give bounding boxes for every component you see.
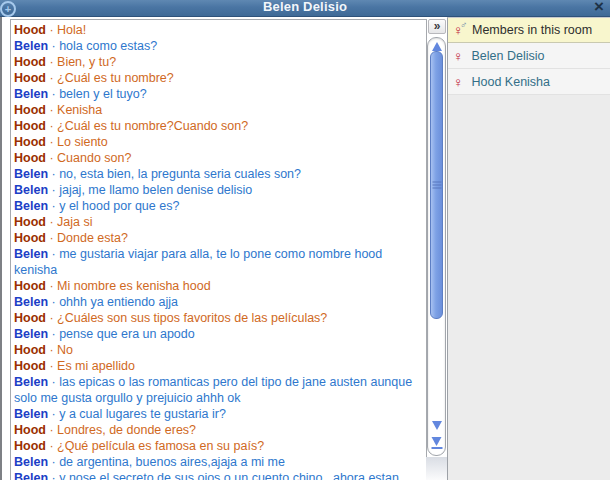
chat-message: Belen · hola como estas? (14, 38, 423, 54)
chat-message: Belen · pense que era un apodo (14, 326, 423, 342)
chat-text: · Es mi apellido (46, 359, 135, 373)
chat-text: · Kenisha (46, 103, 102, 117)
chat-message: Hood · Donde esta? (14, 230, 423, 246)
chat-message: Hood · ¿Cuál es tu nombre?Cuando son? (14, 118, 423, 134)
chat-text: · pense que era un apodo (48, 327, 195, 341)
chat-message: Hood · Kenisha (14, 102, 423, 118)
collapse-members-button[interactable]: » (428, 19, 446, 34)
chat-message: Hood · ¿Qué película es famosa en su paí… (14, 438, 423, 454)
member-name: Belen Delisio (472, 49, 545, 63)
scroll-up-button[interactable] (432, 42, 442, 51)
chat-message: Belen · y a cual lugares te gustaria ir? (14, 406, 423, 422)
gender-couple-icon: ♀ ♂ (453, 22, 466, 38)
chat-author: Belen (14, 471, 48, 480)
chat-author: Hood (14, 103, 46, 117)
chat-author: Hood (14, 215, 46, 229)
window-left-edge (0, 17, 2, 480)
chat-author: Hood (14, 23, 46, 37)
chat-text: · no, esta bien, la pregunta seria cuale… (48, 167, 301, 181)
chat-message: Hood · ¿Cuáles son sus tipos favoritos d… (14, 310, 423, 326)
thumb-grip-icon (432, 180, 441, 191)
female-icon: ♀ (453, 74, 464, 90)
chat-text: · y nose el secreto de sus ojos o un cue… (14, 471, 399, 480)
chat-message: Hood · Londres, de donde eres? (14, 422, 423, 438)
triangle-up-icon (432, 42, 442, 51)
chat-author: Hood (14, 55, 46, 69)
triangle-down-icon (432, 421, 442, 430)
chat-author: Belen (14, 407, 48, 421)
chat-text: · y el hood por que es? (48, 199, 179, 213)
chat-message: Belen · no, esta bien, la pregunta seria… (14, 166, 423, 182)
chat-author: Hood (14, 151, 46, 165)
members-list: ♀Belen Delisio♀Hood Kenisha (448, 43, 610, 95)
chat-author: Hood (14, 71, 46, 85)
chat-text: · Mi nombre es kenisha hood (46, 279, 211, 293)
chat-message: Belen · jajaj, me llamo belen denise del… (14, 182, 423, 198)
chat-author: Hood (14, 439, 46, 453)
chat-scrollbar[interactable] (427, 37, 446, 456)
members-header: ♀ ♂ Members in this room (448, 18, 610, 43)
chat-author: Hood (14, 423, 46, 437)
chat-text: · y a cual lugares te gustaria ir? (48, 407, 226, 421)
chat-author: Belen (14, 183, 48, 197)
chat-author: Hood (14, 359, 46, 373)
chat-author: Belen (14, 295, 48, 309)
member-row[interactable]: ♀Hood Kenisha (448, 69, 610, 95)
chat-text: · ¿Cuál es tu nombre? (46, 71, 174, 85)
chat-text: · me gustaria viajar para alla, te lo po… (14, 247, 382, 277)
triangle-down-icon (431, 437, 441, 446)
chat-message: Hood · Jaja si (14, 214, 423, 230)
chat-text: · Bien, y tu? (46, 55, 116, 69)
chat-message: Belen · las epicas o las romanticas pero… (14, 374, 423, 406)
chat-text: · de argentina, buenos aires,ajaja a mi … (48, 455, 285, 469)
chat-text: · ¿Cuáles son sus tipos favoritos de las… (46, 311, 327, 325)
chat-author: Hood (14, 231, 46, 245)
chat-text: · Donde esta? (46, 231, 128, 245)
chat-message: Belen · ohhh ya entiendo ajja (14, 294, 423, 310)
chat-message: Hood · Cuando son? (14, 150, 423, 166)
chat-text: · ohhh ya entiendo ajja (48, 295, 178, 309)
chat-text: · ¿Qué película es famosa en su país? (46, 439, 264, 453)
chat-author: Belen (14, 375, 48, 389)
chat-message: Belen · me gustaria viajar para alla, te… (14, 246, 423, 278)
scroll-to-bottom-button[interactable] (431, 437, 442, 449)
window-title: Belen Delisio (0, 0, 610, 14)
scroll-down-button[interactable] (432, 421, 442, 430)
chat-author: Hood (14, 279, 46, 293)
chat-window: + Belen Delisio × Hood · Hola!Belen · ho… (0, 0, 610, 480)
title-bar: + Belen Delisio × (0, 0, 610, 17)
members-panel: ♀ ♂ Members in this room ♀Belen Delisio♀… (447, 17, 610, 480)
bottom-bar-icon (431, 447, 442, 449)
chat-text: · Lo siento (46, 135, 108, 149)
chat-message: Hood · No (14, 342, 423, 358)
chat-text: · hola como estas? (48, 39, 157, 53)
chat-log: Hood · Hola!Belen · hola como estas?Hood… (10, 19, 427, 480)
scroll-footer (426, 457, 447, 480)
chat-message: Belen · y nose el secreto de sus ojos o … (14, 470, 423, 480)
chat-text: · Cuando son? (46, 151, 131, 165)
chat-text: · ¿Cuál es tu nombre?Cuando son? (46, 119, 248, 133)
chat-message: Belen · de argentina, buenos aires,ajaja… (14, 454, 423, 470)
chat-author: Hood (14, 311, 46, 325)
chat-author: Belen (14, 167, 48, 181)
chat-message: Hood · ¿Cuál es tu nombre? (14, 70, 423, 86)
chevron-right-icon: » (429, 20, 445, 33)
chat-author: Belen (14, 455, 48, 469)
chat-message: Hood · Lo siento (14, 134, 423, 150)
chat-text: · Jaja si (46, 215, 93, 229)
chat-author: Belen (14, 199, 48, 213)
chat-author: Hood (14, 119, 46, 133)
chat-message: Hood · Hola! (14, 22, 423, 38)
chat-text: · Londres, de donde eres? (46, 423, 196, 437)
chat-author: Belen (14, 247, 48, 261)
chat-message: Hood · Mi nombre es kenisha hood (14, 278, 423, 294)
member-row[interactable]: ♀Belen Delisio (448, 43, 610, 69)
scrollbar-thumb[interactable] (430, 51, 443, 319)
chat-message: Hood · Bien, y tu? (14, 54, 423, 70)
chat-text: · las epicas o las romanticas pero del t… (14, 375, 412, 405)
close-icon[interactable]: × (594, 0, 604, 17)
chat-text: · belen y el tuyo? (48, 87, 147, 101)
female-icon: ♀ (453, 48, 464, 64)
chat-text: · No (46, 343, 73, 357)
chat-text: · Hola! (46, 23, 86, 37)
